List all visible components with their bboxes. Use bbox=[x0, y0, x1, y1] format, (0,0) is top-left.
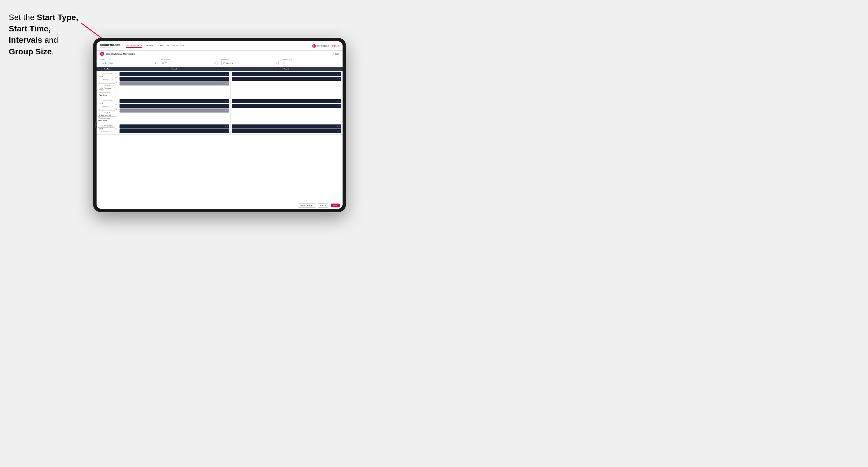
player-x-btn[interactable]: ✕ bbox=[337, 126, 338, 127]
start-type-group: Start Type 1st Tee Start ▾ bbox=[100, 58, 157, 65]
remove-group-action-1[interactable]: ○ Remove Group bbox=[98, 92, 117, 94]
group-size-select[interactable]: 3 ▾ bbox=[282, 61, 339, 65]
instruction-connector: and bbox=[42, 35, 58, 44]
player-x-btn[interactable]: ✕ bbox=[225, 73, 226, 75]
starting-time-input-1[interactable] bbox=[98, 75, 114, 78]
nav-tab-rankings[interactable]: RANKINGS bbox=[173, 44, 184, 48]
player-x-btn[interactable]: ✕ bbox=[225, 130, 226, 132]
course-name-2: East Lake GC bbox=[101, 114, 111, 116]
player-x-btn[interactable]: ✕ bbox=[337, 78, 338, 80]
course-flag-icon-1: ⛳ bbox=[99, 88, 101, 90]
nav-bar: SCOREBOARD Powered by clipp.io TOURNAMEN… bbox=[97, 41, 343, 51]
player-x-btn[interactable]: ✕ bbox=[337, 130, 338, 132]
time-icon-2: 🕐 bbox=[115, 103, 117, 105]
player-edit-btn[interactable]: ✎ bbox=[227, 126, 228, 127]
table-row: STARTING TIME: 🕐 STARTING HOLE: ▾ COURSE… bbox=[97, 98, 343, 123]
player-row: ✕ ✎ bbox=[232, 77, 341, 81]
tee-cell-2: STARTING TIME: 🕐 STARTING HOLE: ▾ COURSE… bbox=[97, 98, 118, 123]
player-row: ✕ ✎ bbox=[232, 124, 341, 128]
player-edit-btn[interactable]: ✎ bbox=[227, 78, 228, 80]
player-edit-btn[interactable]: ✎ bbox=[339, 126, 340, 127]
start-type-label: Start Type bbox=[100, 58, 157, 60]
sign-out-link[interactable]: Sign out bbox=[332, 45, 339, 47]
player-row: ✕ ✎ bbox=[120, 129, 229, 133]
player-x-btn[interactable]: ✕ bbox=[225, 78, 226, 80]
cancel-button[interactable]: Cancel bbox=[318, 203, 329, 208]
player-x-btn[interactable]: ✕ bbox=[225, 126, 226, 127]
nav-tab-teams[interactable]: TEAMS bbox=[146, 44, 153, 48]
player-edit-btn[interactable]: ✎ bbox=[339, 105, 340, 107]
instruction-line2: Start Time, bbox=[9, 24, 51, 33]
save-button[interactable]: Save bbox=[331, 204, 340, 207]
player-edit-btn[interactable]: ✎ bbox=[227, 105, 228, 107]
player-edit-btn[interactable]: ✎ bbox=[227, 110, 228, 112]
course-remove-x-1[interactable]: × bbox=[114, 88, 114, 90]
player-edit-btn[interactable]: ✎ bbox=[339, 73, 340, 75]
nav-tab-tournaments[interactable]: TOURNAMENTS bbox=[126, 44, 142, 48]
player-edit-btn[interactable]: ✎ bbox=[339, 130, 340, 132]
start-time-select[interactable]: 10:00 🕐 bbox=[161, 61, 218, 65]
tablet-screen: SCOREBOARD Powered by clipp.io TOURNAMEN… bbox=[97, 41, 343, 209]
starting-time-input-3[interactable] bbox=[98, 127, 114, 130]
starting-time-row-1: 🕐 bbox=[98, 75, 117, 78]
add-group-action-1[interactable]: + Add Group bbox=[98, 94, 117, 96]
player-row: ✕ ✎ bbox=[232, 104, 341, 108]
hole-chevron-2: ▾ bbox=[116, 108, 117, 111]
player-row: ✕ ✎ bbox=[120, 104, 229, 108]
sidebar-toggle[interactable]: › bbox=[95, 122, 97, 128]
starting-hole-input-2[interactable] bbox=[98, 108, 116, 111]
intervals-value: 10 Minutes bbox=[223, 62, 232, 64]
instruction-line4: Group Size bbox=[9, 47, 52, 56]
intervals-select[interactable]: 10 Minutes ▾ bbox=[221, 61, 279, 65]
starting-time-label-3: STARTING TIME: bbox=[98, 125, 117, 127]
starting-hole-row-2: ▾ bbox=[98, 108, 117, 111]
start-time-label: Start Time bbox=[161, 58, 218, 60]
nav-tab-committee[interactable]: COMMITTEE bbox=[157, 44, 169, 48]
player-x-btn[interactable]: ✕ bbox=[225, 83, 226, 84]
intervals-label: Intervals bbox=[221, 58, 279, 60]
add-group-label-2: + Add Group bbox=[98, 120, 107, 121]
player-x-btn[interactable]: ✕ bbox=[337, 73, 338, 75]
course-chevron-2: ▾ bbox=[114, 114, 115, 116]
group-size-label: Group Size bbox=[282, 58, 339, 60]
th-tee-time: Tee Time bbox=[97, 67, 118, 71]
reset-changes-button[interactable]: Reset Changes bbox=[298, 203, 316, 208]
starting-time-label-2: STARTING TIME: bbox=[98, 100, 117, 101]
tournament-name[interactable]: Clippd Invitational (Me) bbox=[106, 53, 127, 55]
back-button[interactable]: < Back bbox=[333, 53, 339, 55]
player-row: ✕ ✎ bbox=[120, 124, 229, 128]
player-edit-btn[interactable]: ✎ bbox=[227, 83, 228, 84]
team1-cell-1: ✕ ✎ ✕ ✎ ✕ ✎ bbox=[118, 71, 230, 98]
team2-cell-1: ✕ ✎ ✕ ✎ bbox=[230, 71, 343, 98]
player-edit-btn[interactable]: ✎ bbox=[227, 100, 228, 102]
tee-cell-3: STARTING TIME: 🕐 STARTING HOLE: bbox=[97, 123, 118, 134]
th-team1: Team 1 bbox=[118, 67, 230, 71]
add-group-label-1: + Add Group bbox=[98, 94, 107, 96]
player-x-btn[interactable]: ✕ bbox=[225, 105, 226, 107]
logo-area: SCOREBOARD Powered by clipp.io bbox=[100, 43, 120, 48]
course-remove-x-2[interactable]: × bbox=[112, 114, 113, 116]
starting-time-label-1: STARTING TIME: bbox=[98, 73, 117, 74]
player-edit-btn[interactable]: ✎ bbox=[339, 100, 340, 102]
start-type-select[interactable]: 1st Tee Start ▾ bbox=[100, 61, 157, 65]
starting-hole-input-1[interactable] bbox=[98, 81, 116, 84]
player-edit-btn[interactable]: ✎ bbox=[227, 130, 228, 132]
starting-time-input-2[interactable] bbox=[98, 102, 114, 105]
player-edit-btn[interactable]: ✎ bbox=[227, 73, 228, 75]
instruction-line3: Intervals bbox=[9, 35, 42, 44]
player-x-btn[interactable]: ✕ bbox=[225, 110, 226, 112]
player-x-btn[interactable]: ✕ bbox=[337, 100, 338, 102]
course-chevron-1: ▾ bbox=[115, 88, 116, 90]
player-row: ✕ ✎ bbox=[120, 99, 229, 103]
player-edit-btn[interactable]: ✎ bbox=[339, 78, 340, 80]
add-group-action-2[interactable]: + Add Group bbox=[98, 120, 117, 121]
player-x-btn[interactable]: ✕ bbox=[225, 100, 226, 102]
breadcrumb-logo: C bbox=[100, 52, 104, 56]
remove-group-action-2[interactable]: ○ Remove Group bbox=[98, 117, 117, 119]
table-header: Tee Time Team 1 Team 2 bbox=[97, 67, 343, 71]
starting-hole-label-1: STARTING HOLE: bbox=[98, 79, 117, 80]
course-name-1: (A) Peachtree GC bbox=[101, 87, 112, 91]
player-x-btn[interactable]: ✕ bbox=[337, 105, 338, 107]
course-badge-1: ⛳ (A) Peachtree GC × ▾ bbox=[98, 87, 117, 91]
starting-hole-label-2: STARTING HOLE: bbox=[98, 105, 117, 107]
